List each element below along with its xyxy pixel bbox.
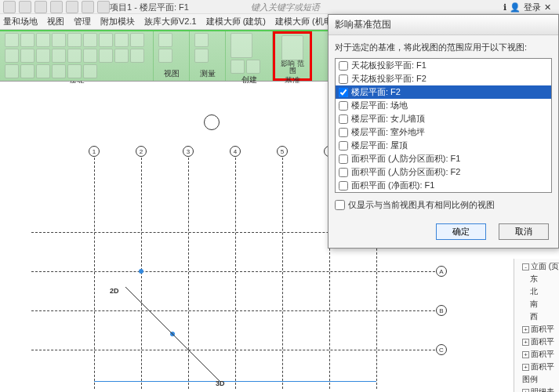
view-list-item[interactable]: 面积平面 (净面积): F2 <box>336 192 551 193</box>
dialog-title: 影响基准范围 <box>329 15 558 35</box>
login-link[interactable]: 登录 <box>524 2 541 13</box>
grid-bubble[interactable]: B <box>436 305 447 316</box>
tree-leaf[interactable]: 南 <box>516 298 557 310</box>
tool-icon[interactable] <box>114 49 129 63</box>
menu-view[interactable]: 视图 <box>47 16 64 27</box>
view-checkbox[interactable] <box>339 168 348 177</box>
qat-icon[interactable] <box>82 1 94 13</box>
grid-bubble[interactable]: 5 <box>277 146 288 157</box>
tool-icon[interactable] <box>130 33 144 47</box>
view-list-item[interactable]: 楼层平面: F2 <box>336 85 551 99</box>
tool-icon[interactable] <box>52 33 66 47</box>
propagate-extents-button[interactable] <box>281 35 303 60</box>
expand-icon[interactable]: + <box>522 339 529 346</box>
tool-icon[interactable] <box>20 64 34 78</box>
view-list-item[interactable]: 面积平面 (人防分区面积): F1 <box>336 152 551 165</box>
tool-icon[interactable] <box>230 60 245 74</box>
grid-bubble[interactable]: 3 <box>183 146 194 157</box>
view-list-item[interactable]: 天花板投影平面: F1 <box>336 59 551 72</box>
view-list-item[interactable]: 楼层平面: 屋顶 <box>336 139 551 152</box>
tool-icon[interactable] <box>36 49 50 63</box>
tool-icon[interactable] <box>52 49 66 63</box>
tool-icon[interactable] <box>5 49 19 63</box>
view-checkbox[interactable] <box>339 88 348 97</box>
tool-icon[interactable] <box>20 33 34 47</box>
view-checkbox[interactable] <box>339 128 348 137</box>
views-list[interactable]: 天花板投影平面: F1天花板投影平面: F2楼层平面: F2楼层平面: 场地楼层… <box>335 58 552 193</box>
grid-bubble[interactable]: 1 <box>89 146 100 157</box>
ok-button[interactable]: 确定 <box>436 223 486 240</box>
tool-icon[interactable] <box>99 49 113 63</box>
grid-bubble[interactable]: A <box>436 266 447 277</box>
search-hint[interactable]: 键入关键字或短语 <box>251 2 320 13</box>
tool-icon[interactable] <box>230 33 252 58</box>
tree-leaf[interactable]: 北 <box>516 285 557 298</box>
tool-icon[interactable] <box>36 64 50 78</box>
cancel-button[interactable]: 取消 <box>499 223 549 240</box>
tool-icon[interactable] <box>67 64 82 78</box>
expand-icon[interactable]: + <box>522 389 529 392</box>
close-icon[interactable]: ✕ <box>544 2 551 13</box>
view-list-item[interactable]: 天花板投影平面: F2 <box>336 72 551 85</box>
view-list-item[interactable]: 楼层平面: 女儿墙顶 <box>336 112 551 125</box>
grid-bubble[interactable]: 2 <box>136 146 147 157</box>
tool-icon[interactable] <box>67 49 82 63</box>
expand-icon[interactable]: + <box>522 326 529 333</box>
menu-model-mep[interactable]: 建模大师 (机电) <box>275 16 335 27</box>
info-icon[interactable]: ℹ <box>503 2 506 13</box>
tool-icon[interactable] <box>130 49 144 63</box>
qat-icon[interactable] <box>3 1 16 13</box>
tool-icon[interactable] <box>194 49 209 63</box>
grip-handle[interactable] <box>139 269 143 274</box>
tool-icon[interactable] <box>52 64 66 78</box>
menu-manage[interactable]: 管理 <box>74 16 91 27</box>
menu-family-master[interactable]: 族库大师V2.1 <box>144 16 197 27</box>
menu-mass-site[interactable]: 量和场地 <box>3 16 38 27</box>
expand-icon[interactable]: + <box>522 351 529 358</box>
tool-icon[interactable] <box>5 64 19 78</box>
qat-icon[interactable] <box>66 1 78 13</box>
view-list-item[interactable]: 面积平面 (人防分区面积): F2 <box>336 165 551 179</box>
collapse-icon[interactable]: - <box>522 263 529 270</box>
view-list-item[interactable]: 面积平面 (净面积): F1 <box>336 179 551 192</box>
grid-bubble[interactable]: 4 <box>230 146 241 157</box>
tool-icon[interactable] <box>36 33 50 47</box>
tree-leaf[interactable]: 东 <box>516 273 557 285</box>
qat-icon[interactable] <box>34 1 47 13</box>
tool-icon[interactable] <box>83 49 97 63</box>
tool-icon[interactable] <box>158 49 172 63</box>
view-checkbox[interactable] <box>339 61 348 71</box>
tool-icon[interactable] <box>158 33 172 47</box>
section-marker[interactable] <box>204 114 220 130</box>
tool-icon[interactable] <box>114 33 129 47</box>
tree-node: +面积平 <box>516 348 557 361</box>
tool-icon[interactable] <box>5 33 19 47</box>
view-checkbox[interactable] <box>339 114 348 124</box>
view-list-item[interactable]: 楼层平面: 室外地坪 <box>336 125 551 139</box>
qat-icon[interactable] <box>50 1 63 13</box>
user-icon[interactable]: 👤 <box>510 2 521 13</box>
view-checkbox[interactable] <box>339 154 348 164</box>
view-checkbox[interactable] <box>339 181 348 191</box>
tool-icon[interactable] <box>20 49 34 63</box>
view-list-item[interactable]: 楼层平面: 场地 <box>336 99 551 112</box>
project-browser[interactable]: -立面 (页 东 北 南 西 +面积平 +面积平 +面积平 +面积平 图例 +明… <box>514 259 559 392</box>
menu-addins[interactable]: 附加模块 <box>100 16 135 27</box>
qat-icon[interactable] <box>19 1 31 13</box>
tool-icon[interactable] <box>246 60 260 74</box>
grid-bubble[interactable]: C <box>436 344 447 355</box>
menu-model-arch[interactable]: 建模大师 (建筑) <box>206 16 266 27</box>
view-checkbox[interactable] <box>339 141 348 151</box>
same-scale-checkbox[interactable] <box>335 200 345 210</box>
tool-icon[interactable] <box>99 33 113 47</box>
view-checkbox[interactable] <box>339 101 348 111</box>
qat-icon[interactable] <box>97 1 110 13</box>
tool-icon[interactable] <box>67 33 82 47</box>
tool-icon[interactable] <box>83 33 97 47</box>
expand-icon[interactable]: + <box>522 364 529 371</box>
marker-2d[interactable]: 2D <box>110 287 119 295</box>
tool-icon[interactable] <box>83 64 97 78</box>
tool-icon[interactable] <box>194 33 209 47</box>
tree-leaf[interactable]: 西 <box>516 310 557 323</box>
view-checkbox[interactable] <box>339 74 348 84</box>
